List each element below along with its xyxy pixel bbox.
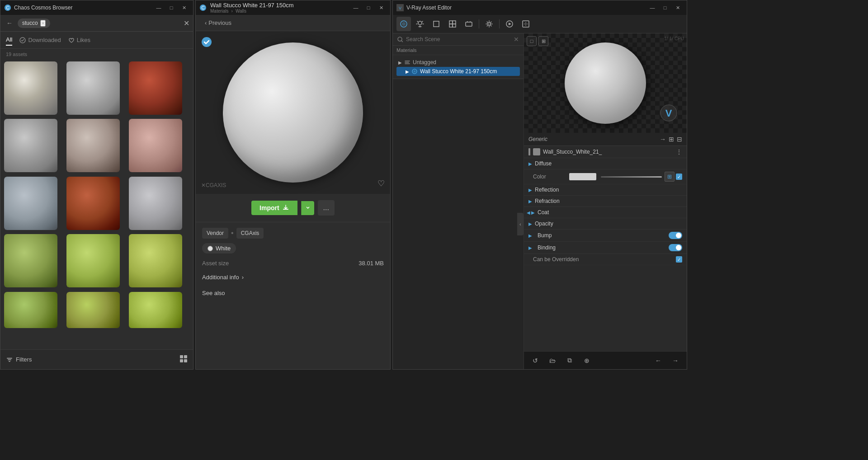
materials-grid: [0, 60, 193, 349]
svg-text:V: V: [665, 108, 672, 119]
back-button[interactable]: ←: [4, 18, 15, 28]
tree-item-untagged[interactable]: ▶ Untagged: [396, 58, 520, 67]
rendertargets-button[interactable]: [519, 17, 533, 31]
color-slider[interactable]: [601, 176, 662, 178]
like-button[interactable]: ♡: [377, 178, 385, 188]
tab-likes[interactable]: Likes: [68, 35, 90, 45]
previous-button[interactable]: ‹ Previous: [201, 18, 235, 28]
more-options-button[interactable]: ...: [318, 200, 335, 216]
materials-tool-button[interactable]: [396, 17, 411, 31]
copy-button[interactable]: ⧉: [563, 354, 576, 367]
import-dropdown-button[interactable]: [301, 201, 314, 215]
material-item[interactable]: [129, 119, 182, 172]
color-texture-button[interactable]: ⊞: [665, 172, 675, 182]
props-panel: ▶ Diffuse Color ⊞ ✓ ▶ Reflection: [524, 158, 687, 351]
export-button[interactable]: ⊟: [677, 136, 682, 143]
maximize-button[interactable]: □: [166, 3, 177, 12]
material-item[interactable]: [4, 61, 57, 115]
binding-toggle[interactable]: [669, 244, 682, 251]
material-item[interactable]: [4, 234, 57, 287]
vendor-val: CGAxis: [236, 228, 264, 239]
tree-item-wall-stucco[interactable]: ▶ Wall Stucco White 21-97 150cm: [396, 67, 520, 76]
svg-point-25: [488, 23, 491, 25]
paste-button[interactable]: ⊕: [580, 354, 594, 367]
pin-button[interactable]: →: [660, 136, 666, 143]
tab-downloaded-label: Downloaded: [28, 37, 61, 43]
arrow-left-button[interactable]: ←: [651, 354, 665, 367]
color-enabled-checkbox[interactable]: ✓: [676, 174, 682, 180]
preview-maximize-button[interactable]: ⊞: [538, 36, 548, 46]
material-item[interactable]: [66, 119, 120, 172]
coat-section-header[interactable]: ◀ ▶ Coat: [524, 207, 687, 218]
tab-all[interactable]: All: [6, 34, 12, 46]
folder-button[interactable]: 🗁: [546, 354, 559, 367]
material-item[interactable]: [4, 177, 57, 230]
vray-preview-sphere: [565, 42, 646, 124]
vray-logo: V: [660, 104, 678, 124]
geometry-tool-button[interactable]: [429, 17, 443, 31]
preview-crop-button[interactable]: □: [527, 36, 537, 46]
remove-tag-button[interactable]: ✕: [40, 20, 46, 27]
view-button[interactable]: [179, 355, 188, 365]
reflection-section-header[interactable]: ▶ Reflection: [524, 184, 687, 196]
material-item[interactable]: [66, 61, 120, 115]
scene-search-clear[interactable]: ✕: [514, 36, 519, 43]
left-cosmos-panel: C Chaos Cosmos Browser — □ ✕ ← stucco ✕ …: [0, 0, 193, 370]
color-swatch[interactable]: [569, 173, 596, 180]
coat-left-arrow: ◀: [527, 210, 530, 215]
render-elements-button[interactable]: [502, 17, 517, 31]
filters-button[interactable]: Filters: [6, 356, 32, 363]
right-split: ✕ Materials ▶ Untagged ▶ Wall Stucco Whi…: [393, 33, 687, 369]
material-color-indicator: [528, 148, 530, 155]
settings-tool-button[interactable]: [482, 17, 496, 31]
search-close-button[interactable]: ✕: [184, 19, 189, 28]
left-window-title: Chaos Cosmos Browser: [14, 5, 151, 11]
mid-minimize-button[interactable]: —: [350, 3, 361, 12]
collapse-handle[interactable]: ‹: [517, 213, 524, 235]
right-minimize-button[interactable]: —: [647, 3, 658, 12]
material-name: Wall_Stucco_White_21_: [543, 149, 676, 155]
refresh-button[interactable]: ↺: [528, 354, 542, 367]
binding-section-header[interactable]: ▶ Binding: [524, 242, 687, 254]
material-item[interactable]: [4, 119, 57, 172]
material-item[interactable]: [4, 292, 57, 345]
override-checkbox[interactable]: ✓: [676, 256, 682, 263]
layer-button[interactable]: ⊞: [669, 136, 674, 143]
svg-rect-4: [8, 359, 11, 360]
bump-toggle[interactable]: [669, 232, 682, 239]
diffuse-section-header[interactable]: ▶ Diffuse: [524, 158, 687, 169]
bump-section-header[interactable]: ▶ Bump: [524, 230, 687, 242]
material-item[interactable]: [129, 61, 182, 115]
mid-maximize-button[interactable]: □: [363, 3, 374, 12]
refraction-section-header[interactable]: ▶ Refraction: [524, 196, 687, 207]
material-item[interactable]: [129, 177, 182, 230]
minimize-button[interactable]: —: [153, 3, 164, 12]
material-item[interactable]: [129, 292, 182, 345]
opacity-label: Opacity: [535, 221, 553, 227]
textures-tool-button[interactable]: [462, 17, 476, 31]
collections-tool-button[interactable]: [445, 17, 460, 31]
close-button[interactable]: ✕: [179, 3, 189, 12]
search-input[interactable]: [53, 20, 181, 27]
right-maximize-button[interactable]: □: [660, 3, 670, 12]
svg-rect-8: [180, 359, 183, 362]
material-item[interactable]: [129, 234, 182, 287]
svg-point-12: [202, 37, 212, 47]
additional-info-button[interactable]: Additional info ›: [202, 273, 384, 282]
tab-all-label: All: [6, 36, 12, 43]
tab-downloaded[interactable]: Downloaded: [19, 35, 61, 45]
additional-info-label: Additional info: [202, 274, 239, 281]
right-content: ✕ Materials ▶ Untagged ▶ Wall Stucco Whi…: [393, 15, 687, 369]
material-more-button[interactable]: ⋮: [676, 148, 682, 155]
material-item[interactable]: [66, 177, 120, 230]
material-item[interactable]: [66, 292, 120, 345]
import-button[interactable]: Import: [251, 201, 297, 215]
material-item[interactable]: [66, 234, 120, 287]
mid-close-button[interactable]: ✕: [376, 3, 387, 12]
opacity-section-header[interactable]: ▶ Opacity: [524, 218, 687, 230]
lights-tool-button[interactable]: [413, 17, 427, 31]
arrow-right-button[interactable]: →: [669, 354, 682, 367]
override-label: Can be Overridden: [533, 256, 676, 263]
right-close-button[interactable]: ✕: [672, 3, 683, 12]
scene-search-input[interactable]: [406, 36, 511, 42]
